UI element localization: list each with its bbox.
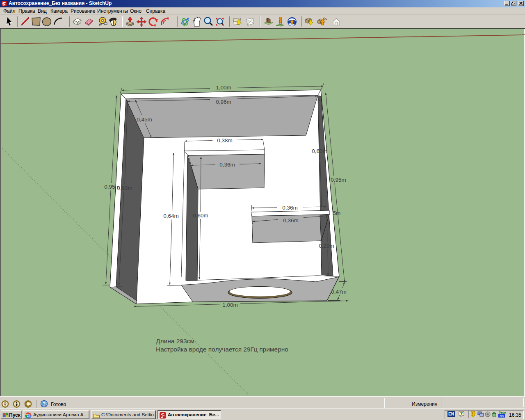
svg-text:0,36m: 0,36m (283, 217, 299, 224)
svg-text:0,60m: 0,60m (312, 148, 327, 154)
svg-text:0,36m: 0,36m (219, 162, 235, 168)
svg-text:0,38m: 0,38m (217, 137, 233, 144)
svg-text:0,93m: 0,93m (117, 185, 132, 191)
svg-text:?: ? (43, 401, 46, 407)
svg-text:0,64m: 0,64m (163, 213, 179, 219)
svg-text:Настройка вроде получается 29Г: Настройка вроде получается 29Гц примерно (156, 346, 288, 353)
svg-text:5m: 5m (333, 210, 341, 216)
svg-text:Длина 293см: Длина 293см (156, 338, 194, 345)
svg-text:0,60m: 0,60m (193, 212, 208, 219)
svg-text:1,00m: 1,00m (222, 302, 238, 308)
svg-text:3D: 3D (500, 414, 504, 418)
svg-text:0,95m: 0,95m (331, 177, 346, 183)
svg-text:0,47m: 0,47m (331, 289, 347, 295)
svg-text:0,96m: 0,96m (216, 99, 231, 105)
svg-text:?: ? (460, 411, 463, 416)
svg-text:0,29m: 0,29m (319, 243, 334, 249)
svg-text:0,45m: 0,45m (137, 116, 152, 123)
svg-text:1,00m: 1,00m (216, 84, 231, 91)
svg-text:0,36m: 0,36m (282, 205, 298, 211)
